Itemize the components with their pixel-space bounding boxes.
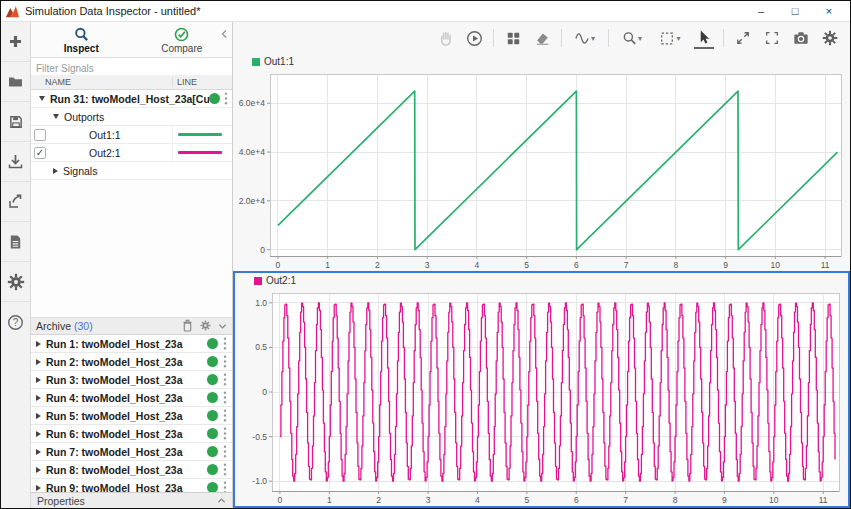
collapsed-triangle-icon[interactable] (36, 431, 41, 437)
plus-icon (7, 33, 24, 50)
expand-triangle-icon[interactable] (39, 96, 45, 101)
kebab-menu-icon (223, 409, 227, 422)
archive-run-label: Run 4: twoModel_Host_23a (46, 392, 202, 404)
collapsed-triangle-icon[interactable] (36, 449, 41, 455)
svg-text:9: 9 (722, 495, 727, 505)
run-options-kebab[interactable] (223, 355, 227, 368)
collapsed-triangle-icon[interactable] (36, 341, 41, 347)
archive-run-row[interactable]: Run 5: twoModel_Host_23a (31, 407, 232, 425)
zoom-button[interactable]: ▾ (618, 27, 646, 49)
archive-run-row[interactable]: Run 6: twoModel_Host_23a (31, 425, 232, 443)
signals-group-row[interactable]: Signals (31, 162, 232, 180)
svg-text:1: 1 (325, 260, 330, 270)
expand-plot-button[interactable] (733, 27, 753, 49)
out2-legend-label: Out2:1 (266, 275, 296, 286)
run-options-kebab[interactable] (220, 92, 232, 105)
collapsed-triangle-icon[interactable] (36, 485, 41, 491)
create-report-button[interactable] (1, 222, 30, 262)
maximize-button[interactable]: □ (778, 1, 812, 21)
run-options-kebab[interactable] (223, 337, 227, 350)
run-options-kebab[interactable] (223, 481, 227, 492)
archive-run-row[interactable]: Run 1: twoModel_Host_23a (31, 335, 232, 353)
visualization-settings-button[interactable] (820, 27, 840, 49)
svg-text:2: 2 (376, 495, 381, 505)
run-options-kebab[interactable] (223, 409, 227, 422)
archive-collapse-button[interactable] (218, 320, 227, 332)
run-options-kebab[interactable] (223, 463, 227, 476)
tab-compare-label: Compare (161, 43, 202, 54)
export-button[interactable] (1, 182, 30, 222)
run-options-kebab[interactable] (223, 445, 227, 458)
archive-delete-button[interactable] (182, 319, 193, 334)
replay-button[interactable] (464, 27, 484, 49)
svg-text:3: 3 (425, 260, 430, 270)
clear-subplots-button[interactable] (532, 27, 552, 49)
svg-text:2: 2 (375, 260, 380, 270)
svg-text:7: 7 (623, 495, 628, 505)
archive-header[interactable]: Archive (30) (31, 318, 232, 335)
subplot-out1[interactable]: Out1:1 0123456789101102.0e+44.0e+46.0e+4 (233, 54, 850, 271)
save-button[interactable] (1, 102, 30, 142)
save-floppy-icon (8, 114, 24, 130)
signal-options-button[interactable]: ▾ (571, 27, 599, 49)
run-options-kebab[interactable] (223, 391, 227, 404)
svg-text:5: 5 (524, 260, 529, 270)
kebab-menu-icon (223, 373, 227, 386)
archive-run-row[interactable]: Run 2: twoModel_Host_23a (31, 353, 232, 371)
fullscreen-button[interactable] (762, 27, 782, 49)
out2-chart-area[interactable]: 01234567891011-1.0-0.500.51.0 (235, 288, 848, 506)
archive-run-row[interactable]: Run 3: twoModel_Host_23a (31, 371, 232, 389)
out1-line-swatch[interactable] (178, 133, 222, 136)
layout-button[interactable] (503, 27, 523, 49)
run-status-dot (207, 338, 218, 349)
collapsed-triangle-icon[interactable] (36, 359, 41, 365)
run-options-kebab[interactable] (223, 427, 227, 440)
open-button[interactable] (1, 62, 30, 102)
collapsed-triangle-icon[interactable] (36, 413, 41, 419)
collapsed-triangle-icon[interactable] (36, 377, 41, 383)
add-button[interactable] (1, 22, 30, 62)
collapsed-triangle-icon[interactable] (53, 168, 58, 174)
run-31-row[interactable]: Run 31: twoModel_Host_23a[Current] (31, 90, 232, 108)
subplot-out2[interactable]: Out2:1 01234567891011-1.0-0.500.51.0 (233, 271, 850, 508)
run-status-dot (207, 410, 218, 421)
pointer-tool-button[interactable] (694, 27, 714, 49)
run-options-kebab[interactable] (223, 373, 227, 386)
tab-compare[interactable]: Compare (132, 22, 233, 57)
out2-legend: Out2:1 (235, 273, 848, 288)
archive-run-row[interactable]: Run 8: twoModel_Host_23a (31, 461, 232, 479)
svg-text:8: 8 (674, 260, 679, 270)
expand-arrows-icon (736, 31, 750, 45)
out1-chart-area[interactable]: 0123456789101102.0e+44.0e+46.0e+4 (233, 69, 850, 271)
preferences-button[interactable] (1, 262, 30, 302)
close-button[interactable]: × (812, 1, 846, 21)
collapsed-triangle-icon[interactable] (36, 467, 41, 473)
outports-group-row[interactable]: Outports (31, 108, 232, 126)
expand-triangle-icon[interactable] (53, 114, 59, 119)
tab-inspect[interactable]: Inspect (31, 22, 132, 57)
collapsed-triangle-icon[interactable] (36, 395, 41, 401)
out2-line-swatch[interactable] (178, 151, 222, 154)
archive-settings-button[interactable] (200, 320, 211, 333)
signal-row-out1[interactable]: Out1:1 (31, 126, 232, 144)
check-circle-icon (174, 27, 189, 42)
archive-run-row[interactable]: Run 4: twoModel_Host_23a (31, 389, 232, 407)
help-button[interactable]: ? (1, 302, 30, 342)
svg-text:11: 11 (819, 495, 828, 505)
fit-to-view-button[interactable]: ▾ (655, 27, 685, 49)
properties-bar[interactable]: Properties (31, 492, 232, 508)
out1-legend: Out1:1 (233, 54, 850, 69)
export-arrow-icon (7, 193, 24, 210)
search-icon (74, 27, 89, 42)
import-button[interactable] (1, 142, 30, 182)
out2-checkbox[interactable]: ✓ (34, 147, 46, 159)
archive-run-row[interactable]: Run 9: twoModel_Host_23a (31, 479, 232, 492)
collapse-panel-button[interactable] (220, 25, 229, 43)
kebab-menu-icon (224, 92, 228, 105)
signal-row-out2[interactable]: ✓ Out2:1 (31, 144, 232, 162)
snapshot-button[interactable] (791, 27, 811, 49)
archive-run-row[interactable]: Run 7: twoModel_Host_23a (31, 443, 232, 461)
minimize-button[interactable]: – (744, 1, 778, 21)
svg-text:10: 10 (769, 495, 779, 505)
out1-checkbox[interactable] (34, 129, 46, 141)
